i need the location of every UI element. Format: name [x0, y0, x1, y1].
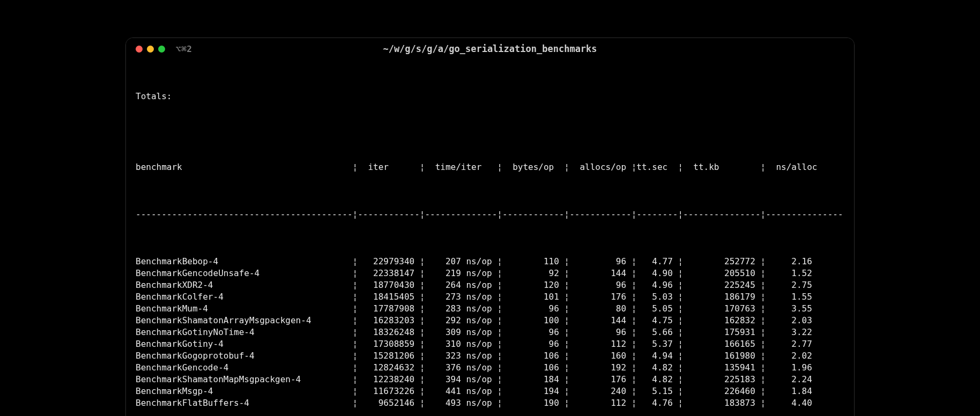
- column-separator: ¦: [565, 279, 570, 291]
- terminal-content[interactable]: Totals: benchmark¦ iter¦ time/iter¦ byte…: [126, 60, 854, 416]
- column-separator: ¦: [678, 385, 683, 397]
- column-separator: ¦: [632, 161, 637, 173]
- column-separator: ¦: [565, 362, 570, 374]
- column-separator: ¦: [353, 385, 358, 397]
- column-separator: ¦: [678, 397, 683, 409]
- column-separator: ¦: [565, 256, 570, 268]
- column-separator: ¦: [353, 291, 358, 303]
- cell-bytes: 106: [502, 350, 565, 362]
- column-separator: ¦: [353, 279, 358, 291]
- column-separator: ¦: [353, 374, 358, 385]
- column-separator: ¦: [565, 315, 570, 326]
- cell-time: 207 ns/op: [425, 256, 497, 268]
- cell-bytes: 101: [502, 291, 565, 303]
- column-separator: ¦: [565, 374, 570, 385]
- column-separator: ¦: [678, 326, 683, 338]
- column-separator: ¦: [353, 256, 358, 268]
- cell-nsalloc: 2.77: [766, 338, 812, 350]
- col-header-bytes: bytes/op: [502, 161, 565, 173]
- column-separator: ¦: [632, 374, 637, 385]
- column-separator: ¦: [420, 268, 425, 279]
- cell-time: 264 ns/op: [425, 279, 497, 291]
- cell-allocs: 112: [569, 338, 632, 350]
- tab-shortcut-hint: ⌥⌘2: [176, 44, 192, 54]
- column-separator: ¦: [565, 291, 570, 303]
- cell-name: BenchmarkGencodeUnsafe-4: [136, 268, 353, 279]
- cell-allocs: 80: [569, 303, 632, 315]
- table-row: BenchmarkXDR2-4¦ 18770430 ¦ 264 ns/op ¦ …: [136, 279, 844, 291]
- column-separator: ¦: [632, 209, 637, 220]
- divider-segment: ------------: [502, 209, 565, 220]
- cell-name: BenchmarkGotinyNoTime-4: [136, 326, 353, 338]
- column-separator: ¦: [678, 374, 683, 385]
- column-separator: ¦: [761, 209, 766, 220]
- column-separator: ¦: [497, 326, 502, 338]
- terminal-window: ⌥⌘2 ~/w/g/s/g/a/go_serialization_benchma…: [125, 38, 855, 416]
- cell-bytes: 100: [502, 315, 565, 326]
- cell-time: 376 ns/op: [425, 362, 497, 374]
- column-separator: ¦: [497, 291, 502, 303]
- divider-segment: --------------: [425, 209, 497, 220]
- window-titlebar[interactable]: ⌥⌘2 ~/w/g/s/g/a/go_serialization_benchma…: [126, 38, 854, 60]
- cell-iter: 12824632: [358, 362, 420, 374]
- cell-ttkb: 225183: [683, 374, 760, 385]
- table-header: benchmark¦ iter¦ time/iter¦ bytes/op¦ al…: [136, 161, 844, 173]
- column-separator: ¦: [420, 161, 425, 173]
- close-icon[interactable]: [136, 46, 143, 53]
- column-separator: ¦: [565, 209, 570, 220]
- table-row: BenchmarkFlatBuffers-4¦ 9652146 ¦ 493 ns…: [136, 397, 844, 409]
- column-separator: ¦: [632, 326, 637, 338]
- column-separator: ¦: [761, 268, 766, 279]
- traffic-lights: [136, 46, 165, 53]
- section-label: Totals:: [136, 91, 844, 102]
- column-separator: ¦: [353, 338, 358, 350]
- column-separator: ¦: [565, 338, 570, 350]
- cell-name: BenchmarkColfer-4: [136, 291, 353, 303]
- column-separator: ¦: [632, 279, 637, 291]
- cell-ttsec: 5.37: [636, 338, 678, 350]
- column-separator: ¦: [761, 279, 766, 291]
- column-separator: ¦: [353, 397, 358, 409]
- cell-nsalloc: 2.75: [766, 279, 812, 291]
- cell-bytes: 96: [502, 338, 565, 350]
- cell-nsalloc: 3.55: [766, 303, 812, 315]
- column-separator: ¦: [353, 303, 358, 315]
- cell-time: 323 ns/op: [425, 350, 497, 362]
- cell-bytes: 190: [502, 397, 565, 409]
- column-separator: ¦: [420, 315, 425, 326]
- cell-time: 283 ns/op: [425, 303, 497, 315]
- column-separator: ¦: [761, 303, 766, 315]
- column-separator: ¦: [565, 350, 570, 362]
- column-separator: ¦: [678, 291, 683, 303]
- col-header-nsalloc: ns/alloc: [766, 161, 812, 173]
- cell-bytes: 120: [502, 279, 565, 291]
- column-separator: ¦: [353, 362, 358, 374]
- table-row: BenchmarkBebop-4¦ 22979340 ¦ 207 ns/op ¦…: [136, 256, 844, 268]
- divider-segment: --------: [636, 209, 678, 220]
- table-row: BenchmarkShamatonArrayMsgpackgen-4¦ 1628…: [136, 315, 844, 326]
- column-separator: ¦: [632, 397, 637, 409]
- cell-nsalloc: 1.52: [766, 268, 812, 279]
- cell-name: BenchmarkBebop-4: [136, 256, 353, 268]
- cell-ttsec: 4.82: [636, 374, 678, 385]
- cell-bytes: 194: [502, 385, 565, 397]
- cell-nsalloc: 2.16: [766, 256, 812, 268]
- column-separator: ¦: [761, 350, 766, 362]
- column-separator: ¦: [761, 326, 766, 338]
- column-separator: ¦: [497, 209, 502, 220]
- divider-segment: ----------------------------------------…: [136, 209, 353, 220]
- column-separator: ¦: [420, 362, 425, 374]
- cell-ttsec: 4.76: [636, 397, 678, 409]
- minimize-icon[interactable]: [147, 46, 154, 53]
- table-row: BenchmarkGogoprotobuf-4¦ 15281206 ¦ 323 …: [136, 350, 844, 362]
- cell-nsalloc: 1.96: [766, 362, 812, 374]
- zoom-icon[interactable]: [158, 46, 165, 53]
- cell-iter: 18770430: [358, 279, 420, 291]
- cell-time: 219 ns/op: [425, 268, 497, 279]
- column-separator: ¦: [761, 315, 766, 326]
- cell-name: BenchmarkFlatBuffers-4: [136, 397, 353, 409]
- cell-time: 292 ns/op: [425, 315, 497, 326]
- column-separator: ¦: [761, 385, 766, 397]
- cell-iter: 11673226: [358, 385, 420, 397]
- cell-ttsec: 4.75: [636, 315, 678, 326]
